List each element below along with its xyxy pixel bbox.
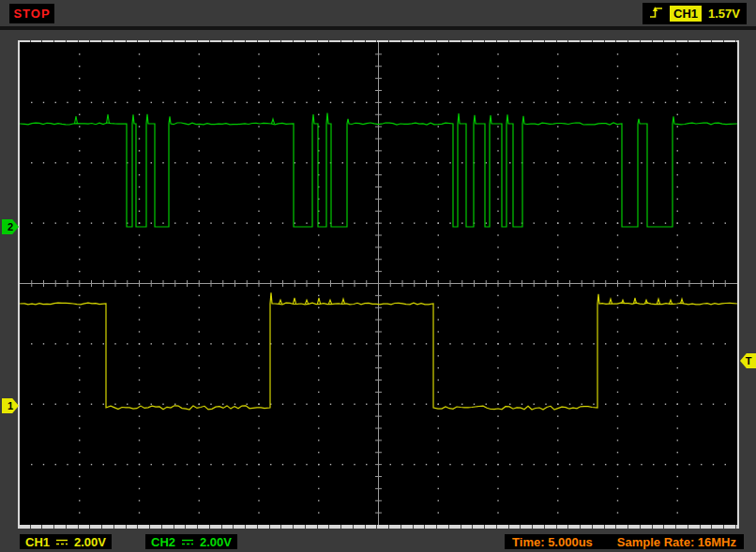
trigger-level-marker[interactable]: T [740,353,756,368]
waveform-display-area [20,42,737,525]
sample-rate-value: Sample Rate: 16MHz [617,535,736,549]
ch1-position-marker[interactable]: 1 [2,398,19,413]
ch2-scale-badge[interactable]: CH2 2.00V [145,534,237,549]
trigger-level-value: 1.57V [708,7,740,21]
plot-border-right [737,40,739,529]
ch2-scale-value: 2.00V [200,535,232,549]
trigger-source-chip: CH1 [670,6,702,22]
timebase-readout[interactable]: Time: 5.000us Sample Rate: 16MHz [505,534,744,549]
acquisition-status-badge[interactable]: STOP [9,4,54,23]
scope-svg [20,42,737,525]
ch1-label: CH1 [25,535,50,549]
dc-coupling-icon [55,535,68,549]
ch1-scale-value: 2.00V [74,535,106,549]
top-status-bar: STOP CH1 1.57V [0,0,756,30]
trigger-readout[interactable]: CH1 1.57V [643,3,747,24]
ch2-label: CH2 [151,535,175,549]
ch2-position-marker[interactable]: 2 [2,219,19,234]
dc-coupling-icon [181,535,194,549]
bottom-status-bar: CH1 2.00V CH2 2.00V Time: 5.000us Sample… [0,530,756,552]
oscilloscope-screen: STOP CH1 1.57V 2 1 T CH1 [0,0,756,552]
rising-edge-trigger-icon [649,4,663,23]
plot-border-bottom [18,525,739,529]
ch1-scale-badge[interactable]: CH1 2.00V [20,534,112,549]
timebase-value: Time: 5.000us [512,535,593,549]
